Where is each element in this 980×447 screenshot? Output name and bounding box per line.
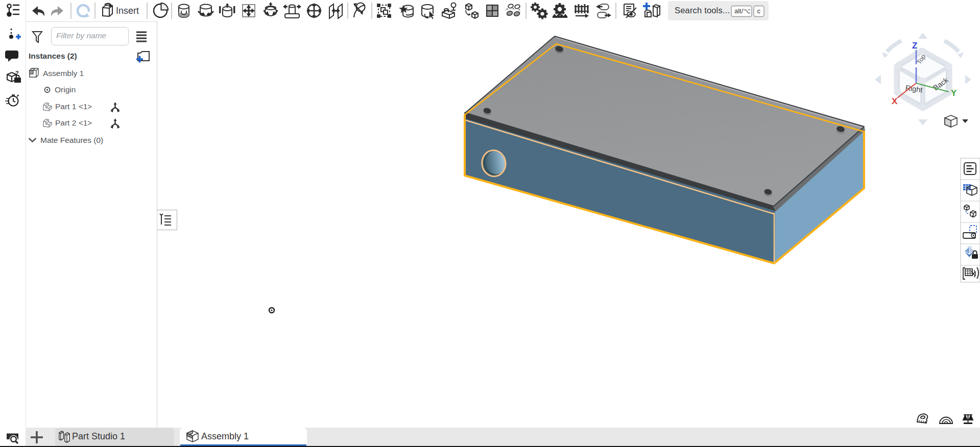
svg-text:X: X bbox=[892, 96, 898, 106]
svg-text:Y: Y bbox=[951, 88, 957, 98]
svg-text:Z: Z bbox=[912, 41, 917, 51]
